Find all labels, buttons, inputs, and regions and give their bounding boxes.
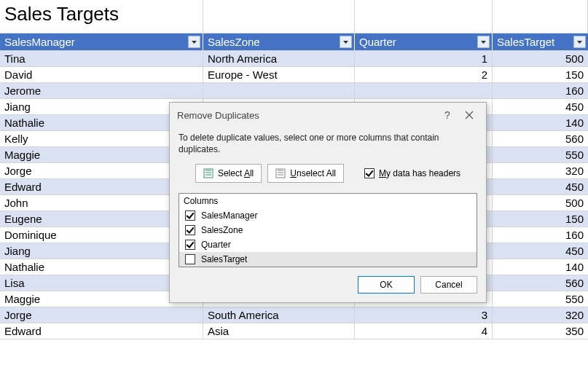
dialog-titlebar[interactable]: Remove Duplicates ? xyxy=(170,103,486,127)
headers-checkbox[interactable] xyxy=(364,168,375,178)
header-saleszone: SalesZone xyxy=(203,34,355,50)
cell[interactable]: Jorge xyxy=(0,307,203,323)
close-button[interactable] xyxy=(458,106,480,124)
cell[interactable]: 160 xyxy=(493,227,588,243)
cancel-button[interactable]: Cancel xyxy=(420,276,477,294)
select-all-button[interactable]: Select All xyxy=(195,164,262,183)
cell[interactable]: 140 xyxy=(493,259,588,275)
filter-dropdown-quarter[interactable] xyxy=(477,36,490,48)
dialog-footer: OK Cancel xyxy=(170,276,486,302)
cell[interactable]: 500 xyxy=(493,51,588,66)
column-label: SalesZone xyxy=(201,225,243,235)
cell[interactable]: 3 xyxy=(355,307,493,323)
cell[interactable]: 560 xyxy=(493,131,588,146)
column-label: SalesManager xyxy=(201,210,257,221)
table-header-row: SalesManager SalesZone Quarter SalesTarg… xyxy=(0,34,588,51)
unselect-all-icon xyxy=(275,168,286,178)
cell[interactable]: 150 xyxy=(493,211,588,227)
column-label: SalesTarget xyxy=(201,254,247,264)
column-checkbox[interactable] xyxy=(185,254,195,264)
column-item[interactable]: SalesManager xyxy=(179,208,477,223)
cell[interactable]: 2 xyxy=(355,67,493,82)
table-row[interactable]: TinaNorth America1500 xyxy=(0,51,588,67)
title-row: Sales Targets xyxy=(0,0,588,34)
unselect-all-button[interactable]: Unselect All xyxy=(267,164,344,183)
cell[interactable]: 450 xyxy=(493,99,588,114)
table-row[interactable]: EdwardAsia4350 xyxy=(0,323,588,339)
page-title: Sales Targets xyxy=(0,0,203,33)
columns-listbox: Columns SalesManagerSalesZoneQuarterSale… xyxy=(179,193,477,267)
cell[interactable]: North America xyxy=(203,51,355,66)
cell[interactable]: 500 xyxy=(493,195,588,210)
cell[interactable]: 150 xyxy=(493,67,588,82)
cell[interactable]: David xyxy=(0,67,203,82)
cell[interactable]: 450 xyxy=(493,179,588,194)
cell[interactable]: 350 xyxy=(493,323,588,339)
cell[interactable]: 320 xyxy=(493,163,588,178)
column-item[interactable]: Quarter xyxy=(179,237,477,252)
dialog-title-text: Remove Duplicates xyxy=(177,110,436,121)
columns-header: Columns xyxy=(179,194,477,208)
cell[interactable]: 550 xyxy=(493,291,588,307)
cell[interactable]: 550 xyxy=(493,147,588,162)
dialog-toolbar: Select All Unselect All My data has head… xyxy=(179,164,477,183)
table-row[interactable]: Jerome160 xyxy=(0,83,588,99)
table-row[interactable]: DavidEurope - West2150 xyxy=(0,67,588,83)
cell[interactable]: 320 xyxy=(493,307,588,323)
cell[interactable]: 4 xyxy=(355,323,493,339)
cell[interactable] xyxy=(355,83,493,98)
column-checkbox[interactable] xyxy=(185,210,195,221)
column-checkbox[interactable] xyxy=(185,240,195,250)
column-label: Quarter xyxy=(201,240,231,250)
cell[interactable]: South America xyxy=(203,307,355,323)
header-quarter: Quarter xyxy=(355,34,493,50)
cell[interactable]: Jerome xyxy=(0,83,203,98)
filter-dropdown-salesmanager[interactable] xyxy=(188,36,200,48)
headers-checkbox-label[interactable]: My data has headers xyxy=(364,168,460,178)
column-item[interactable]: SalesZone xyxy=(179,223,477,237)
cell[interactable]: 450 xyxy=(493,243,588,259)
cell[interactable]: Edward xyxy=(0,323,203,339)
cell[interactable]: 140 xyxy=(493,115,588,130)
cell[interactable]: Tina xyxy=(0,51,203,66)
table-row[interactable]: JorgeSouth America3320 xyxy=(0,307,588,323)
column-item[interactable]: SalesTarget xyxy=(179,252,477,267)
header-salestarget: SalesTarget xyxy=(493,34,588,50)
header-salesmanager: SalesManager xyxy=(0,34,203,50)
filter-dropdown-salestarget[interactable] xyxy=(573,36,586,48)
cell[interactable]: 1 xyxy=(355,51,493,66)
select-all-icon xyxy=(203,168,213,178)
filter-dropdown-saleszone[interactable] xyxy=(340,36,352,48)
help-button[interactable]: ? xyxy=(436,106,458,124)
cell[interactable]: Europe - West xyxy=(203,67,355,82)
column-checkbox[interactable] xyxy=(185,225,195,235)
ok-button[interactable]: OK xyxy=(358,276,415,294)
remove-duplicates-dialog: Remove Duplicates ? To delete duplicate … xyxy=(169,102,487,303)
cell[interactable]: 560 xyxy=(493,275,588,291)
dialog-description: To delete duplicate values, select one o… xyxy=(179,132,477,155)
cell[interactable]: 160 xyxy=(493,83,588,98)
cell[interactable] xyxy=(203,83,355,98)
cell[interactable]: Asia xyxy=(203,323,355,339)
